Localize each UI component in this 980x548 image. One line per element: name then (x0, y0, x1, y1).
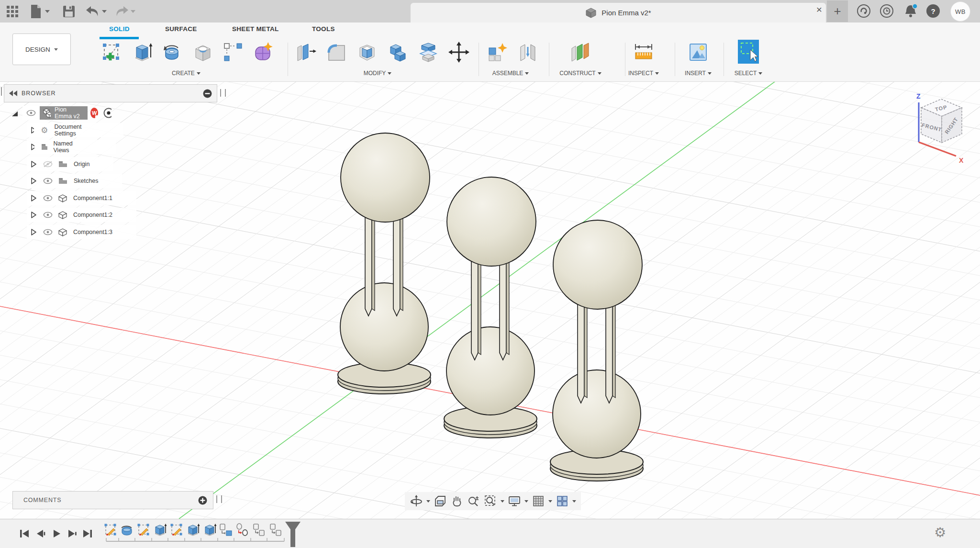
timeline-extrude-icon[interactable] (153, 523, 167, 537)
timeline-go-to-start-icon[interactable] (19, 529, 30, 538)
tab-tools[interactable]: TOOLS (312, 25, 335, 36)
expander-collapsed-icon[interactable] (31, 161, 36, 168)
insert-canvas-icon[interactable] (687, 41, 709, 63)
job-status-clock-icon[interactable] (880, 4, 893, 18)
workspace-switcher-design[interactable]: DESIGN (12, 34, 71, 65)
hold-badge[interactable]: W (90, 108, 98, 118)
viewports-caret-icon[interactable] (572, 500, 576, 503)
user-avatar[interactable]: WB (950, 1, 970, 22)
new-component-icon[interactable] (486, 41, 508, 63)
eye-visible-icon[interactable] (43, 195, 53, 201)
look-at-icon[interactable] (434, 494, 447, 508)
timeline-step-back-icon[interactable] (35, 529, 46, 538)
hole-icon[interactable] (192, 41, 214, 63)
pattern-icon[interactable] (222, 41, 244, 63)
viewports-icon[interactable] (556, 494, 569, 508)
zoom-icon[interactable] (467, 494, 480, 508)
timeline-extrude-icon[interactable] (186, 523, 200, 537)
browser-header[interactable]: BROWSER (4, 84, 217, 102)
construct-plane-icon[interactable] (569, 41, 591, 63)
move-copy-icon[interactable] (448, 41, 470, 63)
extrude-icon[interactable] (132, 41, 154, 63)
group-label-modify[interactable]: MODIFY (344, 70, 411, 77)
expander-collapsed-icon[interactable] (31, 212, 36, 218)
timeline-sketch-icon[interactable] (169, 523, 184, 537)
expander-collapsed-icon[interactable] (31, 229, 36, 235)
comments-panel[interactable]: COMMENTS (12, 491, 213, 509)
display-caret-icon[interactable] (524, 500, 528, 503)
browser-row-document-settings[interactable]: ⚙ Document Settings (27, 123, 123, 137)
browser-row-sketches[interactable]: Sketches (27, 174, 122, 188)
extensions-icon[interactable] (857, 4, 870, 18)
create-sketch-icon[interactable] (101, 41, 123, 63)
orbit-icon[interactable] (410, 494, 423, 508)
eye-visible-icon[interactable] (43, 178, 53, 184)
tab-sheet-metal[interactable]: SHEET METAL (232, 25, 279, 36)
eye-hidden-icon[interactable] (43, 161, 53, 168)
activate-component-radio-icon[interactable] (103, 107, 111, 119)
browser-row-origin[interactable]: Origin (27, 157, 113, 171)
split-body-icon[interactable] (417, 41, 439, 63)
collapse-browser-icon[interactable] (9, 90, 18, 96)
timeline-sketch-icon[interactable] (136, 523, 151, 537)
timeline-go-to-end-icon[interactable] (82, 529, 93, 538)
eye-visible-icon[interactable] (43, 212, 53, 218)
expander-collapsed-icon[interactable] (31, 144, 34, 150)
app-grid-icon[interactable] (6, 5, 19, 18)
new-tab-button[interactable]: + (827, 0, 848, 22)
notifications-bell-icon[interactable] (902, 3, 919, 19)
redo-icon[interactable] (115, 5, 129, 18)
viewport-canvas[interactable] (0, 81, 980, 519)
document-tab[interactable]: Pion Emma v2* (411, 3, 826, 22)
group-label-construct[interactable]: CONSTRUCT (547, 70, 614, 77)
expander-collapsed-icon[interactable] (31, 127, 34, 134)
browser-row-component-3[interactable]: Component1:3 (27, 225, 136, 239)
eye-visible-icon[interactable] (43, 229, 53, 235)
timeline-settings-gear-icon[interactable]: ⚙ (934, 526, 946, 540)
hide-all-icon[interactable] (203, 89, 212, 98)
browser-root-row[interactable]: Pion Emma v2 W (11, 106, 111, 120)
root-node-selected[interactable]: Pion Emma v2 (40, 106, 88, 120)
file-menu-icon[interactable] (29, 4, 43, 19)
file-menu-caret-icon[interactable] (45, 10, 50, 13)
undo-icon[interactable] (85, 5, 100, 18)
grid-caret-icon[interactable] (548, 500, 552, 503)
timeline-component-copy-icon[interactable] (252, 523, 266, 537)
joint-icon[interactable] (517, 41, 539, 63)
browser-row-component-2[interactable]: Component1:2 (27, 208, 136, 222)
fit-caret-icon[interactable] (501, 500, 504, 503)
help-icon[interactable]: ? (926, 4, 940, 18)
expander-expanded-icon[interactable] (11, 110, 18, 117)
save-icon[interactable] (62, 4, 76, 19)
redo-caret-icon[interactable] (131, 10, 135, 13)
timeline-ground-component-icon[interactable] (235, 523, 250, 537)
shell-icon[interactable] (356, 41, 378, 63)
select-tool-icon[interactable] (737, 39, 761, 65)
expander-collapsed-icon[interactable] (31, 195, 36, 201)
close-tab-icon[interactable]: × (816, 4, 822, 15)
tab-solid[interactable]: SOLID (109, 25, 130, 36)
group-label-create[interactable]: CREATE (153, 70, 220, 77)
tab-surface[interactable]: SURFACE (165, 25, 197, 36)
timeline-revolve-icon[interactable] (120, 523, 134, 537)
timeline-position-marker[interactable] (284, 520, 303, 548)
browser-row-named-views[interactable]: Named Views (27, 140, 116, 154)
grid-settings-icon[interactable] (532, 494, 545, 508)
revolve-icon[interactable] (162, 41, 184, 63)
orbit-caret-icon[interactable] (426, 500, 430, 503)
browser-resize-grip-icon[interactable] (220, 89, 226, 97)
comments-resize-grip-icon[interactable] (216, 495, 222, 503)
group-label-assemble[interactable]: ASSEMBLE (477, 70, 544, 77)
pan-icon[interactable] (450, 494, 464, 508)
create-form-icon[interactable] (252, 41, 274, 63)
timeline-step-forward-icon[interactable] (67, 529, 78, 538)
timeline-extrude-icon[interactable] (202, 523, 217, 537)
timeline-new-component-icon[interactable] (219, 523, 233, 537)
timeline-component-copy-icon[interactable] (268, 523, 283, 537)
view-cube[interactable]: TOP FRONT RIGHT Z X (895, 86, 980, 168)
timeline-play-icon[interactable] (52, 529, 62, 538)
fit-icon[interactable] (484, 494, 497, 508)
timeline-sketch-icon[interactable] (103, 523, 118, 537)
eye-visible-icon[interactable] (26, 110, 36, 116)
group-label-select[interactable]: SELECT (715, 70, 782, 77)
